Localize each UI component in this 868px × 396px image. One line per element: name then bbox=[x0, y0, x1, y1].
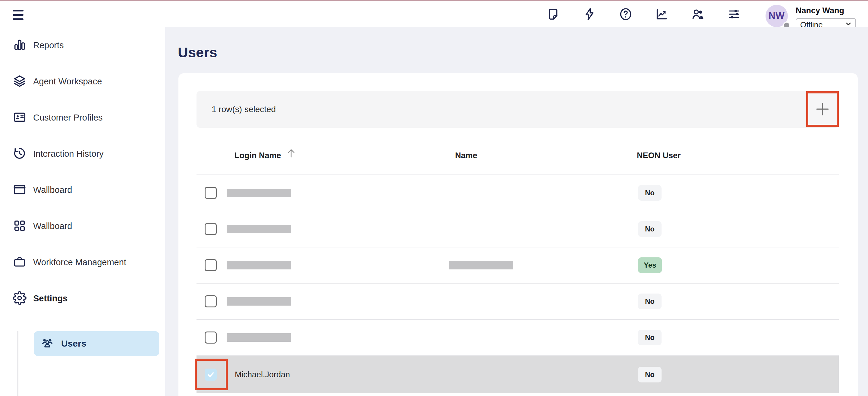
sidebar-item-settings[interactable]: Settings bbox=[0, 280, 165, 316]
neon-user-badge: Yes bbox=[638, 257, 662, 273]
main-content: Users 1 row(s) selected Login Name Name … bbox=[165, 27, 868, 396]
neon-user-badge: No bbox=[638, 185, 661, 201]
sidebar-item-customer-profiles[interactable]: Customer Profiles bbox=[0, 99, 165, 135]
check-icon bbox=[206, 370, 215, 379]
history-icon bbox=[13, 147, 27, 161]
gear-icon bbox=[13, 291, 27, 306]
contacts-icon[interactable] bbox=[691, 7, 705, 21]
users-group-icon bbox=[41, 337, 54, 351]
redacted-login-name bbox=[227, 333, 291, 342]
table-row[interactable]: No bbox=[196, 283, 839, 320]
preferences-icon[interactable] bbox=[727, 7, 741, 21]
sidebar-item-label: Agent Workspace bbox=[33, 77, 102, 87]
layers-icon bbox=[13, 74, 27, 89]
redacted-login-name bbox=[227, 225, 291, 233]
plus-icon bbox=[814, 101, 831, 118]
redacted-login-name bbox=[227, 261, 291, 269]
row-checkbox[interactable] bbox=[205, 259, 217, 271]
dashboard-grid-icon bbox=[13, 219, 27, 234]
selected-row-checkbox[interactable] bbox=[205, 369, 217, 380]
hamburger-bar bbox=[13, 19, 24, 20]
user-name: Nancy Wang bbox=[796, 6, 856, 16]
users-table-card: 1 row(s) selected Login Name Name NEON U… bbox=[179, 73, 858, 396]
sidebar-item-label: Customer Profiles bbox=[33, 113, 102, 123]
row-checkbox[interactable] bbox=[205, 223, 217, 235]
help-icon[interactable] bbox=[618, 7, 633, 21]
table-row[interactable]: Michael.JordanNo bbox=[196, 356, 839, 393]
app-window: NW Nancy Wang Offline ReportsAgent Works… bbox=[0, 0, 868, 396]
sort-ascending-icon bbox=[285, 147, 297, 163]
column-header-name[interactable]: Name bbox=[455, 151, 477, 160]
table-row[interactable]: No bbox=[196, 211, 839, 247]
redacted-login-name bbox=[227, 297, 291, 306]
column-header-neon-user[interactable]: NEON User bbox=[637, 151, 681, 160]
login-name-cell: Michael.Jordan bbox=[235, 370, 290, 379]
selection-count-text: 1 row(s) selected bbox=[212, 104, 276, 114]
selection-toolbar: 1 row(s) selected bbox=[196, 91, 839, 128]
sidebar-item-wallboard[interactable]: Wallboard bbox=[0, 208, 165, 244]
neon-user-badge: No bbox=[638, 330, 661, 345]
sidebar-item-label: Wallboard bbox=[33, 221, 72, 231]
table-header-row: Login Name Name NEON User bbox=[196, 136, 839, 175]
neon-user-badge: No bbox=[638, 294, 661, 309]
analytics-icon[interactable] bbox=[655, 7, 669, 21]
redacted-name bbox=[449, 261, 513, 269]
avatar[interactable]: NW bbox=[766, 5, 789, 28]
top-bar-icon-group bbox=[546, 1, 741, 27]
top-bar: NW Nancy Wang Offline bbox=[0, 1, 868, 27]
row-checkbox[interactable] bbox=[205, 295, 217, 307]
sidebar-item-label: Interaction History bbox=[33, 149, 104, 159]
sidebar-item-interaction-history[interactable]: Interaction History bbox=[0, 135, 165, 172]
row-checkbox[interactable] bbox=[205, 332, 217, 343]
sidebar-item-agent-workspace[interactable]: Agent Workspace bbox=[0, 63, 165, 99]
table-row[interactable]: Yes bbox=[196, 247, 839, 283]
sidebar-item-label: Workforce Management bbox=[33, 257, 126, 267]
document-icon[interactable] bbox=[546, 7, 561, 21]
column-header-label: Login Name bbox=[235, 151, 281, 160]
sidebar-item-workforce-management[interactable]: Workforce Management bbox=[0, 244, 165, 280]
hamburger-bar bbox=[13, 10, 24, 11]
neon-user-badge: No bbox=[638, 367, 661, 383]
table-row[interactable]: No bbox=[196, 320, 839, 356]
sidebar-nav: ReportsAgent WorkspaceCustomer ProfilesI… bbox=[0, 27, 165, 316]
sidebar-item-label: Users bbox=[61, 338, 86, 349]
page-title: Users bbox=[178, 44, 217, 61]
lightning-icon[interactable] bbox=[582, 7, 597, 21]
hamburger-menu-icon[interactable] bbox=[13, 8, 24, 21]
sidebar-item-label: Wallboard bbox=[33, 185, 72, 195]
sidebar-sub-rail bbox=[18, 331, 19, 396]
row-checkbox[interactable] bbox=[205, 187, 217, 199]
briefcase-icon bbox=[13, 255, 27, 270]
add-user-button[interactable] bbox=[806, 91, 839, 127]
redacted-login-name bbox=[227, 189, 291, 197]
sidebar-item-label: Reports bbox=[33, 40, 64, 50]
table-row[interactable]: No bbox=[196, 175, 839, 211]
contact-card-icon bbox=[13, 110, 27, 125]
sidebar: ReportsAgent WorkspaceCustomer ProfilesI… bbox=[0, 27, 165, 396]
sidebar-item-label: Settings bbox=[33, 294, 67, 303]
neon-user-badge: No bbox=[638, 221, 661, 237]
sidebar-item-wallboard[interactable]: Wallboard bbox=[0, 172, 165, 208]
sidebar-item-users-active[interactable]: Users bbox=[34, 331, 159, 356]
column-header-login-name[interactable]: Login Name bbox=[235, 147, 297, 163]
sidebar-item-reports[interactable]: Reports bbox=[0, 27, 165, 63]
window-icon bbox=[13, 183, 27, 197]
hamburger-bar bbox=[13, 14, 24, 16]
bar-chart-icon bbox=[13, 38, 27, 53]
